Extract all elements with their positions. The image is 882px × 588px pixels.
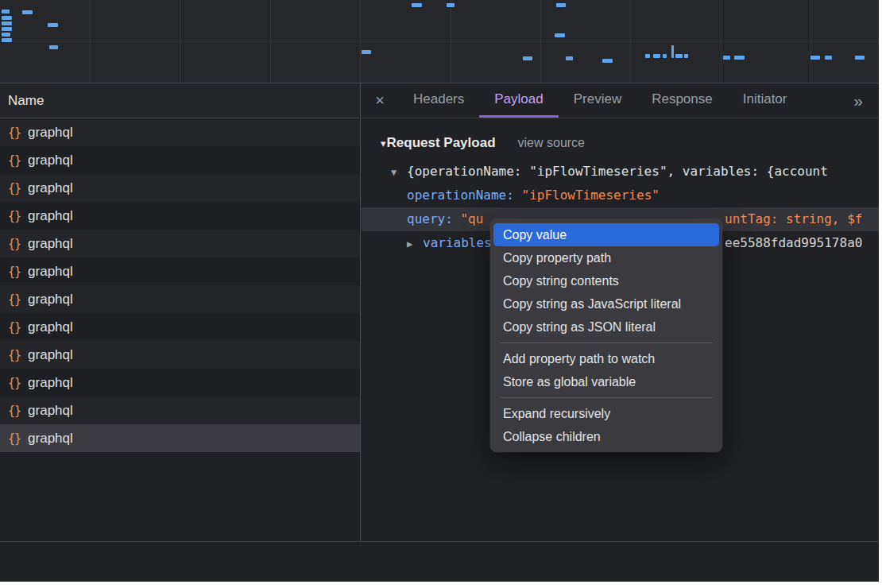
timeline-gridline bbox=[810, 0, 811, 83]
menu-item-expand-recursively[interactable]: Expand recursively bbox=[493, 402, 719, 425]
devtools-window: Name {}graphql {}graphql {}graphql {}gra… bbox=[0, 0, 879, 582]
root-preview-text: {operationName: "ipFlowTimeseries", vari… bbox=[407, 164, 828, 179]
request-payload-section-header[interactable]: ▾ Request Payload view source bbox=[362, 131, 879, 155]
fetch-icon: {} bbox=[8, 265, 21, 279]
timeline-request-bar bbox=[653, 54, 660, 58]
timeline-gridline bbox=[630, 0, 631, 83]
timeline-request-bar bbox=[412, 3, 422, 7]
network-request-row[interactable]: {}graphql bbox=[0, 285, 360, 313]
fetch-icon: {} bbox=[8, 431, 21, 446]
timeline-request-bar bbox=[734, 56, 745, 60]
fetch-icon: {} bbox=[8, 237, 21, 251]
fetch-icon: {} bbox=[8, 126, 21, 140]
property-value-fragment: ee5588fdad995178a0 bbox=[725, 231, 862, 255]
network-request-row[interactable]: {}graphql bbox=[0, 174, 360, 202]
request-name: graphql bbox=[28, 431, 73, 447]
timeline-request-bar bbox=[48, 23, 58, 27]
property-key: query: bbox=[407, 211, 460, 226]
network-request-row[interactable]: {}graphql bbox=[0, 397, 360, 424]
fetch-icon: {} bbox=[8, 181, 21, 195]
timeline-gridline bbox=[180, 0, 181, 83]
network-request-row[interactable]: {}graphql bbox=[0, 202, 360, 230]
view-source-link[interactable]: view source bbox=[518, 136, 585, 150]
bottom-divider bbox=[0, 541, 879, 542]
timeline-request-bar bbox=[22, 10, 33, 14]
timeline-gridline bbox=[360, 0, 361, 83]
section-title: Request Payload bbox=[387, 135, 496, 151]
property-value-start: "qu bbox=[460, 211, 483, 226]
property-key: variables: bbox=[423, 235, 499, 250]
timeline-mid-gridline bbox=[0, 41, 879, 42]
tab-initiator[interactable]: Initiator bbox=[728, 83, 803, 118]
fetch-icon: {} bbox=[8, 376, 21, 390]
menu-item-copy-string-contents[interactable]: Copy string contents bbox=[493, 269, 719, 292]
tab-headers[interactable]: Headers bbox=[398, 83, 479, 118]
timeline-request-bar bbox=[555, 33, 565, 37]
name-column-header[interactable]: Name bbox=[0, 83, 360, 118]
tree-expanded-icon[interactable]: ▼ bbox=[391, 161, 407, 184]
menu-separator bbox=[500, 397, 713, 398]
timeline-request-bar bbox=[671, 45, 674, 58]
more-tabs-icon[interactable]: » bbox=[853, 83, 879, 118]
menu-item-copy-string-json-literal[interactable]: Copy string as JSON literal bbox=[493, 315, 719, 338]
timeline-gridline bbox=[90, 0, 91, 83]
request-name: graphql bbox=[28, 292, 73, 308]
timeline-request-bar bbox=[2, 21, 12, 25]
menu-item-store-as-global-variable[interactable]: Store as global variable bbox=[493, 370, 719, 393]
timeline-request-bar bbox=[675, 54, 683, 58]
request-name: graphql bbox=[28, 319, 73, 335]
timeline-request-bar bbox=[645, 54, 650, 58]
timeline-gridline bbox=[721, 0, 721, 83]
context-menu: Copy value Copy property path Copy strin… bbox=[490, 219, 722, 452]
menu-item-collapse-children[interactable]: Collapse children bbox=[493, 425, 719, 448]
menu-item-add-property-path-to-watch[interactable]: Add property path to watch bbox=[493, 347, 719, 370]
network-request-row[interactable]: {}graphql bbox=[0, 313, 360, 341]
tree-root-line[interactable]: ▼{operationName: "ipFlowTimeseries", var… bbox=[362, 160, 879, 184]
fetch-icon: {} bbox=[8, 209, 21, 223]
request-name: graphql bbox=[28, 347, 73, 363]
fetch-icon: {} bbox=[8, 153, 21, 168]
request-name: graphql bbox=[28, 208, 73, 224]
tree-operation-line[interactable]: operationName: "ipFlowTimeseries" bbox=[362, 184, 879, 207]
fetch-icon: {} bbox=[8, 404, 21, 418]
fetch-icon: {} bbox=[8, 348, 21, 362]
timeline-request-bar bbox=[2, 38, 12, 42]
timeline-request-bar bbox=[810, 56, 820, 60]
menu-item-copy-value[interactable]: Copy value bbox=[493, 223, 719, 246]
timeline-request-bar bbox=[566, 56, 573, 60]
timeline-request-bar bbox=[447, 3, 455, 7]
details-tabbar: × Headers Payload Preview Response Initi… bbox=[362, 83, 879, 118]
section-disclosure-icon[interactable]: ▾ bbox=[381, 137, 386, 149]
network-request-row[interactable]: {}graphql bbox=[0, 146, 360, 174]
request-name: graphql bbox=[28, 125, 73, 141]
network-request-rows: {}graphql {}graphql {}graphql {}graphql … bbox=[0, 118, 360, 452]
network-request-row[interactable]: {}graphql bbox=[0, 341, 360, 369]
timeline-gridline bbox=[451, 0, 451, 83]
timeline-request-bar bbox=[556, 3, 566, 7]
tab-payload[interactable]: Payload bbox=[479, 83, 558, 118]
timeline-request-bar bbox=[825, 56, 832, 60]
tree-collapsed-icon[interactable]: ▶ bbox=[407, 232, 423, 255]
network-request-row[interactable]: {}graphql bbox=[0, 257, 360, 285]
network-request-row[interactable]: {}graphql bbox=[0, 230, 360, 257]
fetch-icon: {} bbox=[8, 320, 21, 335]
network-overview-timeline[interactable] bbox=[0, 0, 879, 83]
property-key: operationName: bbox=[407, 188, 522, 203]
fetch-icon: {} bbox=[8, 292, 21, 307]
timeline-request-bar bbox=[523, 56, 532, 60]
property-value-fragment: untTag: string, $f bbox=[725, 207, 862, 231]
network-request-row[interactable]: {}graphql bbox=[0, 118, 360, 146]
timeline-request-bar bbox=[684, 54, 688, 58]
tab-response[interactable]: Response bbox=[636, 83, 728, 118]
timeline-request-bar bbox=[362, 50, 371, 54]
tab-preview[interactable]: Preview bbox=[559, 83, 636, 118]
menu-separator bbox=[500, 342, 713, 343]
request-name: graphql bbox=[28, 153, 73, 168]
network-request-row-selected[interactable]: {}graphql bbox=[0, 424, 360, 452]
menu-item-copy-string-js-literal[interactable]: Copy string as JavaScript literal bbox=[493, 292, 719, 315]
network-request-row[interactable]: {}graphql bbox=[0, 369, 360, 397]
close-icon[interactable]: × bbox=[362, 83, 398, 118]
timeline-request-bar bbox=[663, 54, 667, 58]
request-name: graphql bbox=[28, 375, 73, 391]
menu-item-copy-property-path[interactable]: Copy property path bbox=[493, 246, 719, 269]
